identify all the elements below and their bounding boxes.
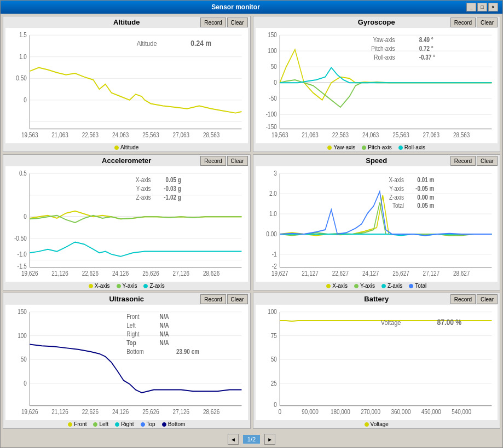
svg-text:Z-axis: Z-axis <box>389 194 404 201</box>
svg-text:-0.03 g: -0.03 g <box>164 185 181 192</box>
svg-text:19,627: 19,627 <box>271 270 288 277</box>
svg-text:0: 0 <box>24 213 27 220</box>
battery-chart: 100 75 50 25 0 0 90,000 180,000 270,000 … <box>256 305 498 420</box>
right-dot <box>115 422 119 427</box>
ultrasonic-clear-button[interactable]: Clear <box>227 294 248 304</box>
svg-text:Pitch-axis: Pitch-axis <box>371 45 395 52</box>
altitude-legend-altitude: Altitude <box>114 144 138 150</box>
gyroscope-panel: Gyroscope Record Clear <box>253 16 501 152</box>
battery-panel: Battery Record Clear 100 <box>253 293 501 429</box>
svg-text:Z-axis: Z-axis <box>136 194 151 201</box>
svg-text:27,063: 27,063 <box>423 132 439 139</box>
svg-text:22,626: 22,626 <box>82 409 99 416</box>
svg-text:Bottom: Bottom <box>126 348 143 355</box>
svg-text:0.00: 0.00 <box>266 230 276 237</box>
svg-text:90,000: 90,000 <box>302 409 318 416</box>
gyroscope-record-button[interactable]: Record <box>450 18 476 27</box>
svg-text:0.00 m: 0.00 m <box>417 194 434 201</box>
minimize-button[interactable]: _ <box>466 3 476 11</box>
next-page-button[interactable]: ► <box>264 434 275 445</box>
accelerometer-record-button[interactable]: Record <box>200 156 226 166</box>
accel-legend-z: Z-axis <box>143 283 164 289</box>
ultrasonic-legend-right: Right <box>115 421 134 427</box>
svg-text:19,563: 19,563 <box>21 132 38 139</box>
altitude-clear-button[interactable]: Clear <box>227 18 248 27</box>
svg-text:0: 0 <box>24 380 27 387</box>
ultrasonic-buttons[interactable]: Record Clear <box>200 294 247 304</box>
svg-text:0.72 °: 0.72 ° <box>419 45 433 52</box>
svg-text:-0.50: -0.50 <box>14 235 27 242</box>
gyroscope-buttons[interactable]: Record Clear <box>450 18 498 27</box>
svg-text:21,126: 21,126 <box>51 409 68 416</box>
battery-clear-button[interactable]: Clear <box>477 294 498 304</box>
svg-text:Roll-axis: Roll-axis <box>374 54 395 61</box>
maximize-button[interactable]: □ <box>477 3 487 11</box>
accel-legend-x: X-axis <box>89 283 110 289</box>
yaw-dot <box>327 146 332 150</box>
svg-text:21,126: 21,126 <box>51 270 68 277</box>
svg-text:1.0: 1.0 <box>19 53 27 60</box>
speed-legend: X-axis Y-axis Z-axis Total <box>253 282 500 290</box>
front-dot <box>68 422 72 427</box>
svg-text:21,127: 21,127 <box>302 270 318 277</box>
svg-text:Left: Left <box>126 322 136 329</box>
svg-text:1.0: 1.0 <box>269 210 276 217</box>
svg-text:25,563: 25,563 <box>142 132 159 139</box>
ultrasonic-record-button[interactable]: Record <box>200 294 226 304</box>
speed-buttons[interactable]: Record Clear <box>450 156 498 166</box>
gyro-legend-pitch: Pitch-axis <box>362 144 391 150</box>
prev-page-button[interactable]: ◄ <box>228 434 239 445</box>
svg-text:540,000: 540,000 <box>452 409 471 416</box>
svg-text:0.24 m: 0.24 m <box>190 39 211 48</box>
pitch-dot <box>362 146 366 150</box>
accel-z-dot <box>143 284 148 288</box>
svg-text:Altitude: Altitude <box>137 39 157 48</box>
battery-legend: Voltage <box>253 420 500 428</box>
bottom-legend-label: Bottom <box>168 421 186 427</box>
altitude-buttons[interactable]: Record Clear <box>200 18 247 27</box>
gyroscope-clear-button[interactable]: Clear <box>477 18 498 27</box>
svg-text:19,626: 19,626 <box>21 270 38 277</box>
left-dot <box>93 422 97 427</box>
svg-text:150: 150 <box>268 31 277 38</box>
page-indicator: 1/2 <box>243 435 260 444</box>
accelerometer-clear-button[interactable]: Clear <box>227 156 248 166</box>
gyroscope-chart: 150 100 50 0 -50 -100 -150 19,563 21,063… <box>256 28 498 143</box>
svg-text:27,127: 27,127 <box>423 270 439 277</box>
svg-text:28,626: 28,626 <box>203 409 219 416</box>
gyroscope-header: Gyroscope Record Clear <box>253 16 500 28</box>
window-controls[interactable]: _ □ × <box>466 3 498 11</box>
close-button[interactable]: × <box>488 3 498 11</box>
accelerometer-header: Accelerometer Record Clear <box>3 155 250 166</box>
altitude-record-button[interactable]: Record <box>200 18 226 27</box>
svg-text:N/A: N/A <box>160 322 169 329</box>
front-legend-label: Front <box>74 421 86 427</box>
ultrasonic-legend-top: Top <box>141 421 155 427</box>
ultrasonic-legend-front: Front <box>68 421 86 427</box>
accelerometer-buttons[interactable]: Record Clear <box>200 156 247 166</box>
speed-legend-x: X-axis <box>326 283 348 289</box>
svg-text:N/A: N/A <box>160 339 169 346</box>
svg-text:180,000: 180,000 <box>330 409 350 416</box>
svg-text:100: 100 <box>268 308 277 315</box>
voltage-dot <box>365 422 369 427</box>
svg-text:Front: Front <box>126 313 139 321</box>
svg-text:0.05 g: 0.05 g <box>166 176 181 183</box>
speed-clear-button[interactable]: Clear <box>477 156 498 166</box>
speed-total-label: Total <box>415 283 426 289</box>
speed-chart: 3 2.0 1.0 0.00 -1 -2 19,627 21,127 22,62… <box>256 166 498 282</box>
svg-text:0.01 m: 0.01 m <box>417 176 434 183</box>
battery-record-button[interactable]: Record <box>450 294 476 304</box>
battery-buttons[interactable]: Record Clear <box>450 294 498 304</box>
ultrasonic-chart: 150 100 50 0 19,626 21,126 22,626 24,126… <box>5 305 248 420</box>
speed-legend-y: Y-axis <box>354 283 375 289</box>
bottom-dot <box>162 422 166 427</box>
speed-record-button[interactable]: Record <box>450 156 476 166</box>
ultrasonic-header: Ultrasonic Record Clear <box>3 293 250 305</box>
svg-text:Right: Right <box>126 330 139 338</box>
altitude-legend: Altitude <box>3 143 250 152</box>
svg-text:360,000: 360,000 <box>391 409 411 416</box>
voltage-legend-label: Voltage <box>371 421 389 427</box>
main-content: Altitude Record Clear <box>1 14 502 431</box>
right-legend-label: Right <box>121 421 134 427</box>
